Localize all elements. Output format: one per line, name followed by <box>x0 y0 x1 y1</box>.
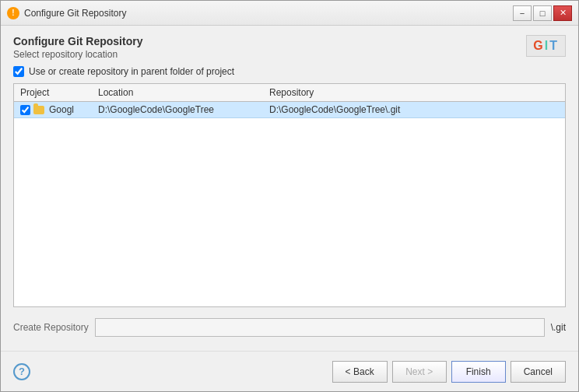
cell-project: Googl <box>20 104 98 115</box>
header-text: Configure Git Repository Select reposito… <box>13 35 142 60</box>
column-header-location: Location <box>98 87 269 98</box>
row-checkbox[interactable] <box>20 105 30 115</box>
content: Configure Git Repository Select reposito… <box>1 26 578 351</box>
table-body: Googl D:\GoogleCode\GoogleTree D:\Google… <box>14 102 565 306</box>
footer-right: < Back Next > Finish Cancel <box>332 361 566 383</box>
repository-path-input[interactable] <box>95 318 545 337</box>
column-header-project: Project <box>20 87 98 98</box>
app-icon: ! <box>7 7 19 19</box>
project-name: Googl <box>49 104 74 115</box>
window-title: Configure Git Repository <box>24 8 126 19</box>
use-parent-folder-label: Use or create repository in parent folde… <box>29 66 234 77</box>
use-parent-folder-checkbox-row[interactable]: Use or create repository in parent folde… <box>13 66 566 77</box>
create-repository-section: Create Repository \.git <box>13 313 566 341</box>
project-table: Project Location Repository Googl D:\Goo… <box>13 83 566 307</box>
cancel-label: Cancel <box>524 366 553 377</box>
use-parent-folder-checkbox[interactable] <box>13 66 24 77</box>
back-button[interactable]: < Back <box>332 361 388 383</box>
close-button[interactable]: ✕ <box>553 5 572 21</box>
title-bar-controls: − □ ✕ <box>513 5 572 21</box>
back-label: < Back <box>346 366 374 377</box>
window: ! Configure Git Repository − □ ✕ Configu… <box>0 0 579 392</box>
git-logo: GIT <box>526 35 566 57</box>
page-subtitle: Select repository location <box>13 49 142 60</box>
header-section: Configure Git Repository Select reposito… <box>13 35 566 60</box>
finish-label: Finish <box>466 366 491 377</box>
help-button[interactable]: ? <box>13 363 30 380</box>
next-label: Next > <box>405 366 433 377</box>
maximize-button[interactable]: □ <box>533 5 552 21</box>
title-bar-left: ! Configure Git Repository <box>7 7 126 19</box>
cell-location: D:\GoogleCode\GoogleTree <box>98 104 269 115</box>
column-header-repository: Repository <box>269 87 559 98</box>
minimize-button[interactable]: − <box>513 5 532 21</box>
page-title: Configure Git Repository <box>13 35 142 47</box>
cell-repository: D:\GoogleCode\GoogleTree\.git <box>269 104 559 115</box>
next-button[interactable]: Next > <box>392 361 447 383</box>
table-header: Project Location Repository <box>14 84 565 102</box>
title-bar: ! Configure Git Repository − □ ✕ <box>1 1 578 26</box>
footer: ? < Back Next > Finish Cancel <box>1 351 578 391</box>
create-repository-label: Create Repository <box>13 322 89 333</box>
footer-left: ? <box>13 363 30 380</box>
folder-icon <box>33 106 44 114</box>
finish-button[interactable]: Finish <box>451 361 506 383</box>
git-suffix-label: \.git <box>551 322 566 333</box>
cancel-button[interactable]: Cancel <box>511 361 566 383</box>
table-row[interactable]: Googl D:\GoogleCode\GoogleTree D:\Google… <box>14 102 565 118</box>
